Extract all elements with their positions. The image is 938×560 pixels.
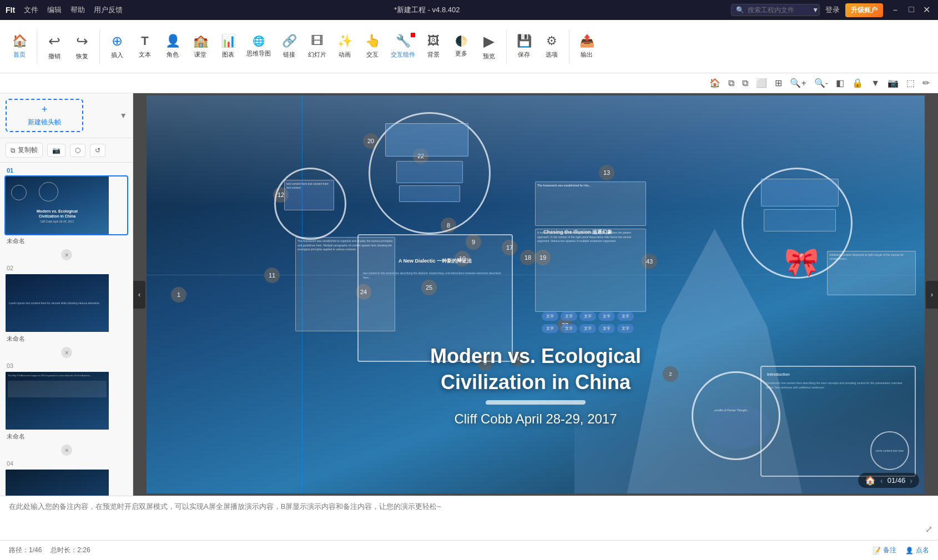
note-expand-icon[interactable]: ⤢ [925,524,932,534]
canvas-subtitle: Cliff Cobb April 28-29, 2017 [369,411,702,427]
search-input[interactable] [748,6,809,14]
close-button[interactable]: ✕ [921,4,932,16]
slide-box-right-circle2[interactable] [764,209,836,231]
chain-link-10[interactable]: 文字 [617,324,634,333]
sec-layer-icon[interactable]: ⬚ [904,75,917,90]
menu-feedback[interactable]: 用户反馈 [94,5,123,15]
note-button[interactable]: 📝 备注 [873,546,896,555]
sidebar-collapse-button[interactable]: ‹ [133,281,145,309]
slide-item-3[interactable]: 03 The Way FIt Movement began in 1913 or… [4,362,128,456]
toolbar-save[interactable]: 💾 保存 [510,34,538,59]
counter-next-icon[interactable]: › [910,476,912,485]
home-icon: 🏠 [12,34,27,48]
point-button[interactable]: 👤 点名 [905,546,929,555]
sec-paste-icon[interactable]: ⧉ [739,76,751,90]
slide-list: 01 Modern vs. EcologicalCivilization in … [0,163,133,496]
toolbar-role[interactable]: 👤 角色 [159,34,186,59]
toolbar-link[interactable]: 🔗 链接 [275,34,303,59]
toolbar-animation[interactable]: ✨ 动画 [331,34,359,59]
sidebar-arrow-icon[interactable]: ▼ [119,111,127,120]
sec-group-icon[interactable]: ⊞ [772,75,785,90]
slide-item-2[interactable]: 02 Lorem ipsum text content here for sec… [4,265,128,358]
chain-link-8[interactable]: 文字 [579,324,596,333]
toolbar-settings[interactable]: ⚙ 选项 [538,34,566,59]
toolbar-undo[interactable]: ↩ 撤销 [41,33,68,60]
slide-num-2: 02 [4,265,128,271]
slide-item-1[interactable]: 01 Modern vs. EcologicalCivilization in … [4,167,128,260]
login-button[interactable]: 登录 [825,5,840,15]
minimize-button[interactable]: － [889,4,902,16]
chain-link-9[interactable]: 文字 [598,324,615,333]
canvas-area[interactable]: ‹ 20 22 12 8 9 10 17 18 19 [133,93,938,496]
slide-section-label: Chasing the Illusion 追逐幻象 [543,229,612,236]
toolbar-export-label: 输出 [581,51,593,59]
sec-align-icon[interactable]: ◧ [833,75,847,90]
slide-bottom-right-box[interactable]: Introduction Introduction text content h… [760,366,916,477]
slide-item-4[interactable]: 04 [4,460,128,496]
menu-help[interactable]: 帮助 [70,5,85,15]
toolbar-preview[interactable]: ▶ 预览 [475,33,503,60]
slide-top-right-text[interactable]: The framework was established for the... [535,181,646,226]
toolbar-classroom[interactable]: 🏫 课堂 [186,34,214,59]
chain-link-2[interactable]: 文字 [561,312,577,321]
toolbar-interact-component[interactable]: ● 🔧 交互组件 [386,34,420,59]
hex-frame-button[interactable]: ⬡ [70,144,85,157]
slide-far-right-text[interactable]: Additional content displayed at right ma… [827,251,916,295]
note-textarea[interactable] [9,502,907,535]
toolbar-home[interactable]: 🏠 首页 [6,34,33,59]
menu-file[interactable]: 文件 [24,5,38,15]
chain-link-7[interactable]: 文字 [561,324,577,333]
toolbar-redo[interactable]: ↪ 恢复 [68,33,96,60]
sec-box-icon[interactable]: ⬜ [753,75,770,90]
counter-prev-icon[interactable]: ‹ [880,476,883,485]
chain-link-5[interactable]: 文字 [617,312,634,321]
rotate-frame-button[interactable]: ↺ [90,144,105,157]
nav-dot-1[interactable]: 1 [171,287,186,302]
new-frame-button[interactable]: + 新建镜头帧 [6,99,83,132]
search-box[interactable]: 🔍 ▼ [731,4,820,16]
right-panel-expand-button[interactable]: › [926,281,938,309]
slide-box-circle-inner3[interactable] [399,185,460,202]
maximize-button[interactable]: □ [906,4,916,16]
toolbar-text[interactable]: T 文本 [131,34,159,59]
sec-lock-icon[interactable]: 🔒 [849,75,866,90]
chain-link-1[interactable]: 文字 [542,312,558,321]
toolbar-shadow[interactable]: 🌓 更多 [447,35,475,58]
toolbar-slide[interactable]: 🎞 幻灯片 [303,34,331,59]
nav-dot-11[interactable]: 11 [264,268,280,283]
camera-frame-button[interactable]: 📷 [47,144,65,157]
sec-copy-icon[interactable]: ⧉ [725,76,737,90]
nav-dot-13[interactable]: 13 [599,165,614,180]
copy-frame-button[interactable]: ⧉ 复制帧 [6,143,43,158]
sec-dropdown-icon[interactable]: ▼ [868,76,882,90]
counter-home-icon[interactable]: 🏠 [865,475,876,486]
point-btn-label: 点名 [916,546,929,555]
chain-link-4[interactable]: 文字 [598,312,615,321]
slide-left-text[interactable]: The framework was established to organiz… [295,237,395,331]
toolbar-insert[interactable]: ⊕ 插入 [103,33,131,59]
sec-home-icon[interactable]: 🏠 [707,75,723,90]
toolbar-interact[interactable]: 👆 交互 [359,34,386,59]
toolbar-classroom-label: 课堂 [194,51,206,59]
toolbar-background[interactable]: 🖼 背景 [420,34,447,59]
slide-right-text[interactable]: A number of various objectives organized… [535,229,646,312]
toolbar-mindmap[interactable]: 🌐 思维导图 [242,35,275,58]
shadow-icon: 🌓 [455,35,467,47]
slide-box-right-circle[interactable] [761,179,839,206]
slide-box-circle-inner[interactable] [385,123,468,157]
menu-edit[interactable]: 编辑 [47,5,62,15]
chain-link-3[interactable]: 文字 [579,312,596,321]
sec-zoom-out-icon[interactable]: 🔍- [811,75,831,90]
chain-link-6[interactable]: 文字 [542,324,558,333]
toolbar-export[interactable]: 📤 输出 [573,34,601,59]
sec-zoom-in-icon[interactable]: 🔍+ [787,75,809,90]
nav-dot-18[interactable]: 18 [520,250,536,265]
slide-box-circle-inner2[interactable] [396,161,463,183]
toolbar-chart[interactable]: 📊 图表 [214,34,242,59]
sec-camera-icon[interactable]: 📷 [885,75,901,90]
upgrade-button[interactable]: 升级账户 [845,3,883,17]
sec-edit-icon[interactable]: ✏ [920,75,932,90]
chain-row-2: 文字 文字 文字 文字 文字 [542,324,680,333]
slide-box-left-circle[interactable]: text content here text content here text… [284,180,334,210]
search-dropdown-icon[interactable]: ▼ [812,6,819,14]
